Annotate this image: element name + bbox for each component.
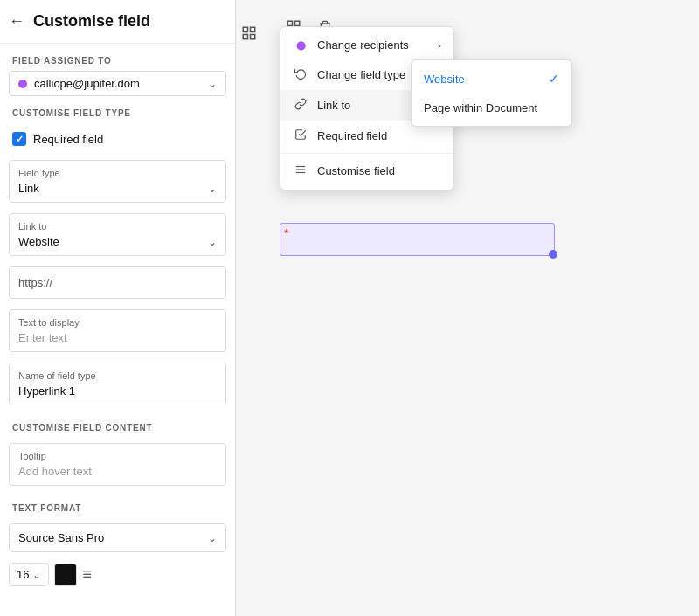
- text-format-label: TEXT FORMAT: [0, 491, 235, 518]
- field-type-value: Link: [18, 182, 39, 195]
- doc-strip-icon[interactable]: [237, 21, 261, 45]
- submenu-website-label: Website: [424, 73, 465, 86]
- name-of-field-type-value[interactable]: Hyperlink 1: [18, 384, 217, 398]
- field-assigned-label: FIELD ASSIGNED TO: [0, 44, 235, 71]
- field-type-name-value: Hyperlink 1: [18, 384, 75, 398]
- svg-rect-3: [251, 35, 255, 39]
- svg-rect-1: [251, 27, 255, 31]
- website-check-icon: ✓: [549, 72, 559, 86]
- panel-header: ← Customise field: [0, 0, 235, 44]
- text-to-display-group: Text to display Enter text: [9, 309, 226, 352]
- size-row: 16 ⌄ ≡: [0, 557, 235, 592]
- name-of-field-type-label: Name of field type: [18, 370, 217, 381]
- required-field-checkbox[interactable]: [12, 132, 26, 146]
- name-of-field-type-group: Name of field type Hyperlink 1: [9, 363, 226, 405]
- required-field-menu-icon: [293, 128, 308, 143]
- link-to-label: Link to: [18, 221, 217, 232]
- field-type-value-row[interactable]: Link ⌄: [18, 182, 217, 195]
- link-to-chevron: ⌄: [208, 236, 217, 248]
- menu-item-customise-field[interactable]: Customise field: [280, 156, 453, 186]
- menu-label-change-field-type: Change field type: [317, 68, 405, 81]
- doc-field[interactable]: *: [280, 223, 555, 256]
- field-resize-handle[interactable]: [549, 250, 557, 259]
- required-field-label: Required field: [33, 133, 103, 146]
- svg-rect-4: [287, 21, 292, 25]
- panel-title: Customise field: [33, 12, 150, 31]
- required-field-row[interactable]: Required field: [0, 123, 235, 155]
- font-size-box[interactable]: 16 ⌄: [9, 563, 49, 586]
- back-button[interactable]: ←: [9, 12, 24, 31]
- url-value: https://: [18, 276, 52, 289]
- svg-rect-0: [243, 27, 247, 31]
- text-to-display-label: Text to display: [18, 317, 217, 328]
- text-align-icon[interactable]: ≡: [82, 565, 92, 584]
- recipients-chevron: ›: [438, 39, 441, 52]
- menu-label-required-field: Required field: [317, 129, 387, 142]
- change-field-icon: [293, 67, 308, 82]
- url-input[interactable]: https://: [9, 266, 226, 299]
- submenu-page-label: Page within Document: [424, 101, 537, 114]
- font-size-value: 16: [17, 568, 29, 581]
- left-panel: ← Customise field FIELD ASSIGNED TO call…: [0, 0, 236, 616]
- right-area: ⋯ ⬤ Change recipients › Change field typ…: [236, 0, 699, 616]
- customise-field-menu-icon: [293, 163, 308, 178]
- field-type-chevron: ⌄: [208, 183, 217, 195]
- menu-divider: [280, 153, 453, 154]
- menu-label-customise-field: Customise field: [317, 164, 395, 177]
- size-chevron: ⌄: [32, 569, 41, 581]
- svg-rect-5: [295, 21, 300, 25]
- submenu-item-website[interactable]: Website ✓: [412, 64, 571, 93]
- field-asterisk: *: [284, 227, 288, 239]
- font-name: Source Sans Pro: [18, 531, 104, 544]
- submenu-item-page-within-document[interactable]: Page within Document: [412, 93, 571, 122]
- tooltip-group: Tooltip Add hover text: [9, 443, 226, 486]
- font-color-box[interactable]: [54, 564, 77, 586]
- right-icon-strip: [236, 17, 262, 45]
- link-to-value: Website: [18, 235, 59, 248]
- link-to-menu-icon: [293, 98, 308, 113]
- menu-label-link-to: Link to: [317, 99, 350, 112]
- font-chevron: ⌄: [208, 532, 217, 544]
- menu-label-change-recipients: Change recipients: [317, 38, 409, 52]
- field-type-group: Field type Link ⌄: [9, 160, 226, 203]
- field-type-label: Field type: [18, 168, 217, 178]
- link-to-value-row[interactable]: Website ⌄: [18, 235, 217, 248]
- text-to-display-input[interactable]: Enter text: [18, 331, 217, 344]
- svg-rect-2: [243, 35, 247, 39]
- recipients-icon: ⬤: [293, 40, 308, 50]
- field-assigned-chevron: ⌄: [208, 78, 217, 90]
- customise-type-label: CUSTOMISE FIELD TYPE: [0, 96, 235, 123]
- tooltip-input[interactable]: Add hover text: [18, 465, 217, 478]
- tooltip-label: Tooltip: [18, 451, 217, 461]
- back-icon: ←: [9, 12, 24, 31]
- recipient-dot: [18, 80, 27, 88]
- link-to-group: Link to Website ⌄: [9, 213, 226, 256]
- submenu: Website ✓ Page within Document: [411, 59, 572, 127]
- menu-item-change-recipients[interactable]: ⬤ Change recipients ›: [280, 31, 453, 59]
- field-assigned-row[interactable]: calliope@jupiter.dom ⌄: [9, 71, 226, 96]
- font-select-row[interactable]: Source Sans Pro ⌄: [9, 523, 226, 552]
- field-assigned-value: calliope@jupiter.dom: [34, 77, 201, 90]
- customise-content-label: CUSTOMISE FIELD CONTENT: [0, 411, 235, 438]
